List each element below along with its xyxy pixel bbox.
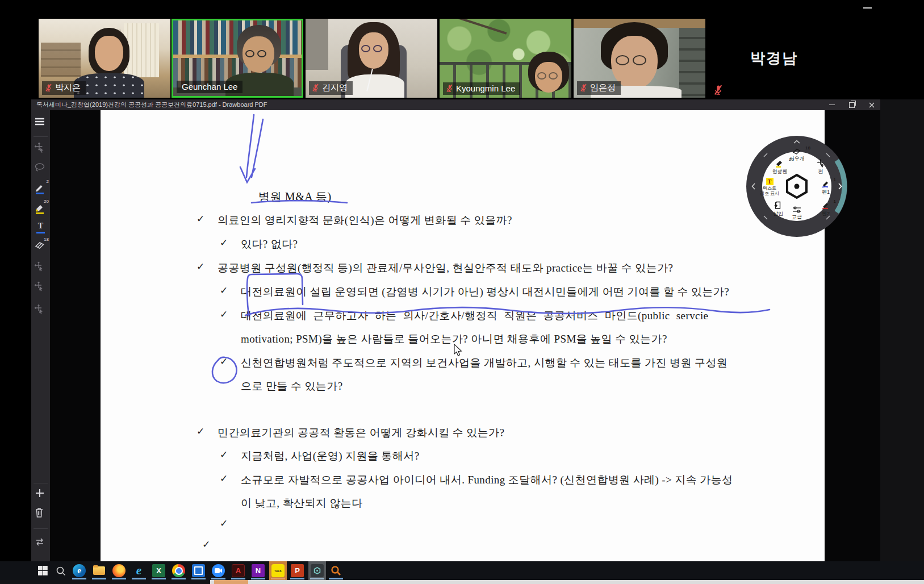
participant-name: 김지영 [322,82,348,93]
doc-text: 민간의료기관의 공공적 활동은 어떻게 강화시킬 수 있는가? [218,427,504,439]
glasses-icon [633,55,646,65]
participant-nameplate: Geunchan Lee [177,81,243,93]
check-mark: ✓ [220,308,228,320]
meeting-minimize-button[interactable] [863,7,872,9]
plus-icon [34,487,45,499]
window-close-button[interactable] [863,99,880,110]
glasses-icon [549,72,558,80]
left-toolbar: 2 20 T 18 [31,110,50,561]
running-indicator [152,578,166,579]
select-tool-button[interactable] [34,142,47,155]
tool-label: 펜2 [815,211,837,216]
running-indicator [271,578,285,579]
taskbar-explorer-button[interactable] [90,561,108,580]
taskbar-edge-button[interactable]: e [70,561,88,580]
powerpoint-icon: P [291,564,304,577]
pdf-page[interactable]: 병원 M&A 등) ✓ 의료인의 영리지향적 문화(인식)은 어떻게 변화될 수… [101,110,825,561]
doc-text: 으로 만들 수 있는가? [241,380,342,392]
window-restore-button[interactable] [843,99,860,110]
pen-icon [821,180,831,188]
video-tile[interactable]: 임은정 [574,19,705,98]
windows-icon [38,566,48,575]
eraser-tool-button[interactable]: 18 [34,240,47,253]
window-minimize-button[interactable] [823,99,841,110]
undo-redo-button[interactable] [34,537,47,550]
search-icon [56,566,66,576]
participant-nameplate: 김지영 [309,81,353,95]
taskbar-search-button[interactable] [52,561,69,580]
video-tile[interactable]: Kyoungmin Lee [440,19,571,98]
taskbar-powerpoint-button[interactable]: P [289,561,306,580]
video-tile[interactable]: Geunchan Lee [172,19,303,98]
taskbar-onenote-button[interactable]: N [249,561,267,580]
taskbar-zoom-button[interactable] [210,561,227,580]
tool-button[interactable] [34,304,47,317]
running-indicator [231,578,245,579]
taskbar-hangul-app-button[interactable] [190,561,207,580]
radial-item-highlighter[interactable]: 20 형광펜 [767,159,792,174]
pen-icon [821,201,831,210]
taskbar-kakaotalk-button[interactable]: TALK [269,561,287,580]
taskbar: e e X [0,561,924,580]
radial-item-text-highlight[interactable]: T 텍스트 강조 표시 [756,178,783,196]
radial-item-pen2[interactable]: 1 펜2 [815,201,837,216]
hamburger-icon [34,117,45,126]
text-highlight-tool-button[interactable]: T [34,222,47,235]
delete-button[interactable] [34,507,47,520]
participant-nameplate: 박지은 [42,81,86,95]
screen: 박지은 Geunchan Lee [0,0,924,584]
highlighter-tool-button[interactable]: 20 [34,202,47,215]
tool-label: 편 [809,169,832,174]
move-cursor-icon [34,281,44,291]
radial-item-edit[interactable]: 편 [809,159,832,174]
check-mark: ✓ [202,539,211,550]
doc-line: ✓ 민간의료기관의 공공적 활동은 어떻게 강화시킬 수 있는가? [218,426,504,440]
taskbar-ie-button[interactable]: e [130,561,148,580]
check-mark: ✓ [220,518,228,529]
zoom-icon [212,564,225,577]
video-tile[interactable]: 박지은 [39,19,170,98]
running-indicator [72,578,86,579]
glasses-icon [373,45,382,52]
doc-line: ✓ 대전의료원에 근무하고자 하는 의사/간호사/행정직 직원은 공공서비스 마… [241,308,708,323]
doc-text: 대전의료원이 설립 운영되면 (감염병 시기가 아닌) 평상시 대전시민들에게 … [241,286,729,298]
radial-item-pen1[interactable]: 1 펜1 [815,180,837,195]
undo-redo-icon [34,537,45,547]
add-button[interactable] [34,487,47,500]
doc-line: ✓ 소규모로 자발적으로 공공사업 아이디어 내서. Funding 조달해서?… [241,473,733,487]
radial-item-advanced[interactable]: 고급 [785,206,808,220]
taskbar-drawboard-button[interactable] [308,561,326,580]
doc-line: ✓ 지금처럼, 사업(운영) 지원을 통해서? [241,449,420,464]
menu-button[interactable] [34,117,47,130]
running-indicator [290,578,304,579]
tool-badge: 1 [834,177,836,183]
tool-button[interactable] [34,281,47,294]
drawboard-hexagon-dot [795,184,800,189]
participant-name: 박경남 [708,19,841,98]
pen-tool-button[interactable]: 2 [34,182,47,195]
taskbar-excel-button[interactable]: X [150,561,168,580]
move-cursor-icon [34,304,44,314]
firefox-icon [112,564,126,577]
kakaotalk-icon: TALK [271,564,285,577]
glasses-icon [537,72,546,80]
taskbar-chrome-button[interactable] [170,561,187,580]
trash-icon [34,507,44,518]
tool-button[interactable] [34,261,47,274]
sliders-icon [792,206,801,213]
lasso-tool-button[interactable] [34,162,47,176]
start-button[interactable] [34,561,52,580]
glasses-icon [361,45,370,52]
pen-badge: 2 [47,179,49,184]
glasses-icon [257,50,266,57]
doc-text: 이 낮고, 확산되지 않는다 [241,497,363,509]
taskbar-firefox-button[interactable] [110,561,128,580]
taskbar-acrobat-button[interactable]: A [229,561,247,580]
kakaotalk-label: TALK [274,569,282,573]
doc-line: motivation; PSM)을 높은 사람들로 들어오는가? 아니면 채용후… [241,332,667,347]
video-tile-novideo[interactable]: 박경남 [708,19,841,98]
video-tile[interactable]: 김지영 [306,19,437,98]
taskbar-search-app-button[interactable] [327,561,345,580]
tool-label: 펜1 [815,189,837,195]
tool-badge: 18 [805,145,810,151]
